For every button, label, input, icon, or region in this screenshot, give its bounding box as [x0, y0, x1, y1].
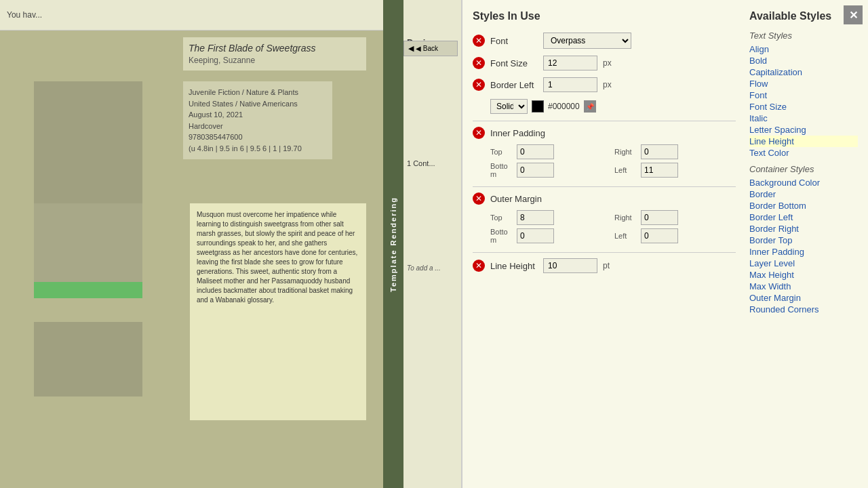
- close-button[interactable]: ✕: [844, 5, 863, 24]
- font-row: ✕ Font Overpass: [473, 33, 736, 49]
- available-container-styles-list: Background Color Border Border Bottom Bo…: [749, 177, 858, 315]
- available-italic[interactable]: Italic: [749, 113, 858, 124]
- available-layer-level[interactable]: Layer Level: [749, 258, 858, 269]
- container-styles-category: Container Styles: [749, 164, 858, 174]
- outer-margin-left-input[interactable]: [641, 228, 678, 243]
- available-max-height[interactable]: Max Height: [749, 269, 858, 281]
- design-panel-bg: Desig... ◀ ◀ Back 1 Cont... To add a ...: [403, 0, 461, 488]
- line-height-label: Line Height: [490, 261, 538, 271]
- available-align[interactable]: Align: [749, 43, 858, 55]
- font-label: Font: [490, 36, 538, 46]
- font-size-unit: px: [603, 58, 612, 68]
- available-border-right[interactable]: Border Right: [749, 223, 858, 235]
- remove-border-left-button[interactable]: ✕: [473, 79, 485, 91]
- inner-padding-left-field: Left: [614, 162, 736, 178]
- inner-padding-section: ✕ Inner Padding Top Right Botto m: [473, 127, 736, 178]
- available-font-size[interactable]: Font Size: [749, 101, 858, 113]
- available-background-color[interactable]: Background Color: [749, 177, 858, 188]
- inner-padding-left-label: Left: [614, 166, 638, 174]
- image-btn: [34, 282, 142, 298]
- top-message: You hav...: [7, 10, 42, 20]
- outer-margin-top-input[interactable]: [517, 210, 554, 225]
- font-size-label: Font Size: [490, 58, 538, 68]
- inner-padding-top-input[interactable]: [517, 144, 554, 159]
- color-hex: #000000: [548, 102, 580, 111]
- remove-inner-padding-button[interactable]: ✕: [473, 127, 485, 139]
- modal-panel: ✕ Styles In Use ✕ Font Overpass ✕ Font S…: [461, 0, 868, 488]
- close-icon: ✕: [849, 9, 858, 22]
- inner-padding-right-input[interactable]: [641, 144, 678, 159]
- description-text: Musquon must overcome her impatience whi…: [197, 211, 357, 304]
- available-text-styles-list: Align Bold Capitalization Flow Font Font…: [749, 43, 858, 159]
- remove-font-button[interactable]: ✕: [473, 35, 485, 47]
- border-left-row: ✕ Border Left px: [473, 77, 736, 92]
- border-left-input[interactable]: [543, 77, 597, 92]
- inner-padding-top-label: Top: [490, 148, 514, 156]
- description-block: Musquon must overcome her impatience whi…: [190, 203, 366, 420]
- cont-label: 1 Cont...: [407, 159, 435, 167]
- outer-margin-bottom-field: Botto m: [490, 228, 612, 244]
- available-border-top[interactable]: Border Top: [749, 235, 858, 246]
- available-outer-margin[interactable]: Outer Margin: [749, 292, 858, 304]
- available-border[interactable]: Border: [749, 188, 858, 200]
- remove-font-size-button[interactable]: ✕: [473, 57, 485, 69]
- outer-margin-title-row: ✕ Outer Margin: [473, 192, 736, 205]
- inner-padding-left-input[interactable]: [641, 163, 678, 178]
- outer-margin-left-field: Left: [614, 228, 736, 244]
- available-flow[interactable]: Flow: [749, 78, 858, 89]
- outer-margin-bottom-input[interactable]: [517, 228, 554, 243]
- font-select[interactable]: Overpass: [543, 33, 631, 49]
- available-max-width[interactable]: Max Width: [749, 281, 858, 292]
- available-rounded-corners[interactable]: Rounded Corners: [749, 304, 858, 315]
- back-icon: ◀: [408, 44, 414, 53]
- inner-padding-bottom-field: Botto m: [490, 162, 612, 178]
- border-color-row: Solid #000000 📌: [490, 99, 736, 114]
- available-border-left[interactable]: Border Left: [749, 211, 858, 223]
- book-title: The First Blade of Sweetgrass: [189, 43, 361, 54]
- outer-margin-section: ✕ Outer Margin Top Right Botto m: [473, 192, 736, 244]
- remove-line-height-button[interactable]: ✕: [473, 260, 485, 272]
- inner-padding-top-field: Top: [490, 144, 612, 159]
- book-details-text: Juvenile Fiction / Nature & Plants Unite…: [189, 87, 327, 154]
- outer-margin-left-label: Left: [614, 232, 638, 240]
- available-bold[interactable]: Bold: [749, 55, 858, 66]
- available-styles-section: Available Styles Text Styles Align Bold …: [749, 10, 858, 478]
- line-height-input[interactable]: [543, 258, 597, 273]
- available-border-bottom[interactable]: Border Bottom: [749, 200, 858, 211]
- pin-button[interactable]: 📌: [584, 100, 596, 113]
- inner-padding-bottom-label: Botto m: [490, 162, 514, 178]
- outer-margin-top-field: Top: [490, 210, 612, 225]
- outer-margin-right-field: Right: [614, 210, 736, 225]
- book-details: Juvenile Fiction / Nature & Plants Unite…: [183, 81, 332, 159]
- styles-in-use-title: Styles In Use: [473, 10, 736, 22]
- available-line-height[interactable]: Line Height: [749, 136, 858, 147]
- template-rendering-label: Template Rendering: [389, 197, 397, 292]
- outer-margin-right-label: Right: [614, 214, 638, 222]
- color-swatch[interactable]: [532, 100, 544, 113]
- line-height-unit: pt: [603, 261, 610, 270]
- available-text-color[interactable]: Text Color: [749, 147, 858, 159]
- line-height-row: ✕ Line Height pt: [473, 258, 736, 273]
- outer-margin-right-input[interactable]: [641, 210, 678, 225]
- border-style-select[interactable]: Solid: [490, 99, 528, 114]
- styles-in-use-section: Styles In Use ✕ Font Overpass ✕ Font Siz…: [473, 10, 736, 478]
- inner-padding-right-field: Right: [614, 144, 736, 159]
- font-size-row: ✕ Font Size px: [473, 56, 736, 70]
- remove-outer-margin-button[interactable]: ✕: [473, 192, 485, 205]
- template-sidebar: Template Rendering: [383, 0, 403, 488]
- outer-margin-grid: Top Right Botto m Left: [490, 210, 736, 244]
- outer-margin-bottom-label: Botto m: [490, 228, 514, 244]
- book-cover-image: [34, 81, 142, 217]
- back-button[interactable]: ◀ ◀ Back: [403, 41, 458, 56]
- border-left-unit: px: [603, 80, 612, 89]
- outer-margin-top-label: Top: [490, 214, 514, 222]
- available-styles-title: Available Styles: [749, 10, 858, 22]
- inner-padding-bottom-input[interactable]: [517, 163, 554, 178]
- available-capitalization[interactable]: Capitalization: [749, 66, 858, 78]
- book-author: Keeping, Suzanne: [189, 56, 361, 65]
- font-size-input[interactable]: [543, 56, 597, 70]
- available-letter-spacing[interactable]: Letter Spacing: [749, 124, 858, 136]
- outer-margin-label: Outer Margin: [490, 194, 542, 204]
- available-inner-padding[interactable]: Inner Padding: [749, 246, 858, 258]
- available-font[interactable]: Font: [749, 89, 858, 101]
